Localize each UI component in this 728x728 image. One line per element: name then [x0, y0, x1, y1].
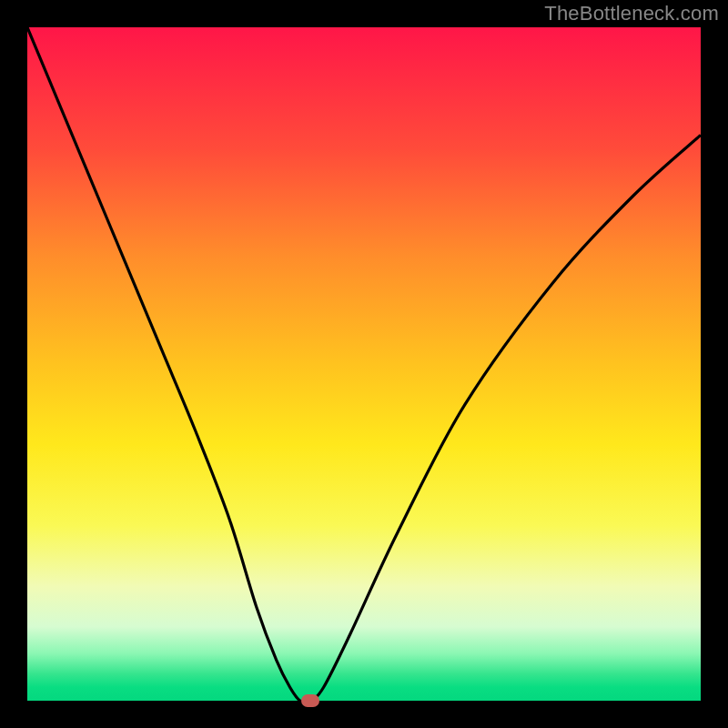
optimal-marker	[301, 694, 319, 707]
curve-layer	[27, 27, 701, 701]
watermark-text: TheBottleneck.com	[544, 2, 719, 25]
chart-frame: TheBottleneck.com	[0, 0, 728, 728]
bottleneck-curve	[27, 27, 701, 701]
plot-area	[27, 27, 701, 701]
